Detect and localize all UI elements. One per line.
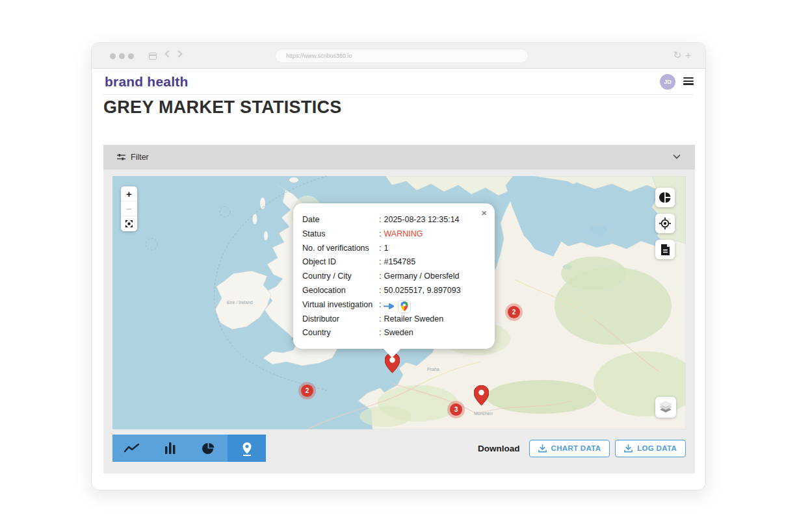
status-badge: WARNING [384, 227, 423, 242]
popup-row-country: CountrySweden [302, 326, 486, 340]
download-icon [538, 444, 547, 453]
line-chart-icon [124, 443, 140, 453]
popup-row-distributor: DistributorRetailer Sweden [302, 312, 486, 327]
chart-overlay-button[interactable] [655, 188, 675, 207]
google-maps-link[interactable] [398, 300, 411, 313]
report-button[interactable] [655, 240, 675, 259]
download-icon [624, 444, 633, 453]
map-cluster-marker[interactable]: 2 [301, 385, 313, 397]
investigate-arrow-icon[interactable] [384, 303, 394, 310]
url-bar[interactable]: https://www.scribos360.io [275, 49, 529, 63]
download-group: Download CHART DATA [478, 440, 686, 457]
content-card: Filter [103, 145, 695, 474]
locate-button[interactable] [655, 214, 675, 233]
marker-popup: × Date2025-08-23 12:35:14 StatusWARNING … [293, 203, 495, 349]
popup-tail [384, 349, 400, 358]
window-control-icon[interactable] [119, 53, 125, 59]
pie-chart-icon [202, 442, 215, 455]
popup-row-virtual-investigation: Virtual investigation [302, 298, 486, 312]
chart-toolbar: Download CHART DATA [112, 435, 686, 462]
map-cluster-marker[interactable]: 3 [450, 403, 462, 416]
popup-row-status: StatusWARNING [302, 227, 486, 242]
popup-row-object-id: Object ID#154785 [302, 255, 486, 270]
menu-icon[interactable] [683, 77, 694, 86]
zoom-out-button[interactable]: − [121, 201, 137, 216]
zoom-in-button[interactable]: + [121, 186, 137, 201]
tabs-icon[interactable] [149, 53, 157, 60]
avatar[interactable]: JD [660, 74, 675, 90]
fullscreen-button[interactable] [121, 216, 137, 231]
chevron-down-icon[interactable] [673, 154, 681, 159]
forward-icon[interactable] [175, 50, 182, 57]
brand-logo: brand health [105, 74, 188, 90]
filter-bar[interactable]: Filter [103, 145, 695, 170]
document-icon [660, 244, 670, 255]
back-icon[interactable] [164, 50, 172, 57]
map-canvas[interactable]: Great Britain Eire / Ireland Praha Münch… [112, 176, 686, 429]
chart-type-tabs [112, 435, 266, 462]
filter-icon [116, 153, 126, 162]
tab-map[interactable] [228, 435, 266, 462]
popup-row-geolocation: Geolocation50.025517, 9.897093 [302, 284, 486, 298]
google-maps-icon [400, 301, 408, 312]
download-log-data-button[interactable]: LOG DATA [615, 440, 686, 457]
map-pin-icon [242, 442, 252, 454]
tab-line-chart[interactable] [112, 435, 151, 462]
popup-row-country-city: Country / CityGermany / Obersfeld [302, 270, 486, 284]
layers-button[interactable] [655, 397, 676, 418]
page-title: GREY MARKET STATISTICS [103, 97, 342, 118]
locate-icon [659, 218, 671, 229]
popup-row-date: Date2025-08-23 12:35:14 [302, 213, 486, 227]
expand-icon [125, 220, 133, 228]
filter-label: Filter [131, 153, 149, 162]
browser-window: https://www.scribos360.io ↻+ brand healt… [91, 42, 706, 490]
map-label: Eire / Ireland [227, 300, 253, 305]
window-control-icon[interactable] [128, 53, 134, 59]
app-header: brand health JD [92, 69, 705, 95]
bar-chart-icon [165, 442, 176, 454]
close-icon[interactable]: × [481, 208, 487, 218]
tab-bar-chart[interactable] [151, 435, 189, 462]
pie-chart-icon [659, 192, 671, 203]
browser-chrome: https://www.scribos360.io ↻+ [92, 43, 705, 69]
download-label: Download [478, 444, 520, 453]
window-control-icon[interactable] [110, 53, 116, 59]
download-chart-data-button[interactable]: CHART DATA [529, 440, 610, 457]
map-cluster-marker[interactable]: 2 [508, 306, 520, 318]
layers-icon [659, 401, 673, 414]
map-pin-marker[interactable] [474, 385, 489, 406]
tab-pie-chart[interactable] [189, 435, 228, 462]
map-label: Praha [427, 367, 439, 372]
refresh-icon[interactable]: ↻ [673, 49, 686, 60]
zoom-control: + − [121, 186, 137, 231]
map-label: München [474, 411, 493, 416]
popup-row-verifications: No. of verifications1 [302, 242, 486, 256]
new-tab-icon[interactable]: + [685, 49, 695, 60]
